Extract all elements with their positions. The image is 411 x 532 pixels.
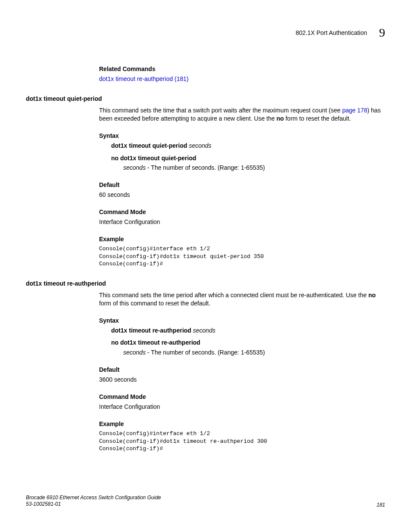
syntax-line: dot1x timeout quiet-period seconds [111, 142, 385, 150]
argument-description: seconds - The number of seconds. (Range:… [123, 348, 385, 357]
desc-text: This command sets the time period after … [99, 292, 368, 299]
keyword-no: no [368, 292, 376, 299]
page-footer: Brocade 6910 Ethernet Access Switch Conf… [26, 495, 385, 508]
argument-description: seconds - The number of seconds. (Range:… [123, 164, 385, 172]
example-heading: Example [99, 236, 385, 243]
footer-guide-title: Brocade 6910 Ethernet Access Switch Conf… [26, 495, 161, 501]
arg-desc: - The number of seconds. (Range: 1-65535… [146, 164, 265, 171]
example-heading: Example [99, 420, 385, 427]
syntax-command: dot1x timeout re-authperiod [111, 327, 191, 334]
syntax-command: dot1x timeout quiet-period [111, 142, 187, 149]
command-description: This command sets the time that a switch… [99, 106, 385, 123]
command-title-reauthperiod: dot1x timeout re-authperiod [26, 280, 385, 287]
footer-page-number: 181 [377, 502, 385, 508]
command-title-quiet-period: dot1x timeout quiet-period [26, 95, 385, 102]
syntax-heading: Syntax [99, 317, 385, 324]
related-command-link[interactable]: dot1x timeout re-authperiod (181) [99, 75, 189, 82]
syntax-no-form: no dot1x timeout quiet-period [111, 155, 196, 162]
syntax-no-form: no dot1x timeout re-authperiod [111, 339, 200, 346]
syntax-argument: seconds [193, 327, 215, 334]
arg-name: seconds [123, 349, 146, 356]
command-mode-value: Interface Configuration [99, 403, 385, 411]
syntax-heading: Syntax [99, 132, 385, 139]
page-link[interactable]: page 178 [342, 107, 367, 114]
keyword-no: no [277, 115, 284, 122]
command-mode-heading: Command Mode [99, 393, 385, 400]
command-mode-value: Interface Configuration [99, 218, 385, 226]
command-mode-heading: Command Mode [99, 208, 385, 215]
desc-text: form of this command to reset the defaul… [99, 300, 210, 307]
default-heading: Default [99, 366, 385, 373]
desc-text: This command sets the time that a switch… [99, 107, 342, 114]
example-code-block: Console(config)#interface eth 1/2 Consol… [99, 430, 385, 453]
related-commands-heading: Related Commands [99, 65, 385, 72]
example-code-block: Console(config)#interface eth 1/2 Consol… [99, 245, 385, 268]
syntax-line: dot1x timeout re-authperiod seconds [111, 327, 385, 335]
header-chapter-number: 9 [379, 26, 385, 40]
default-value: 3600 seconds [99, 376, 385, 384]
default-value: 60 seconds [99, 191, 385, 199]
page-header: 802.1X Port Authentication 9 [26, 26, 385, 40]
default-heading: Default [99, 181, 385, 188]
command-description: This command sets the time period after … [99, 291, 385, 308]
header-section-title: 802.1X Port Authentication [296, 29, 367, 36]
desc-text: form to reset the default. [284, 115, 351, 122]
footer-doc-number: 53-1002581-01 [26, 501, 161, 508]
syntax-argument: seconds [189, 142, 211, 149]
arg-name: seconds [123, 164, 146, 171]
arg-desc: - The number of seconds. (Range: 1-65535… [146, 349, 265, 356]
